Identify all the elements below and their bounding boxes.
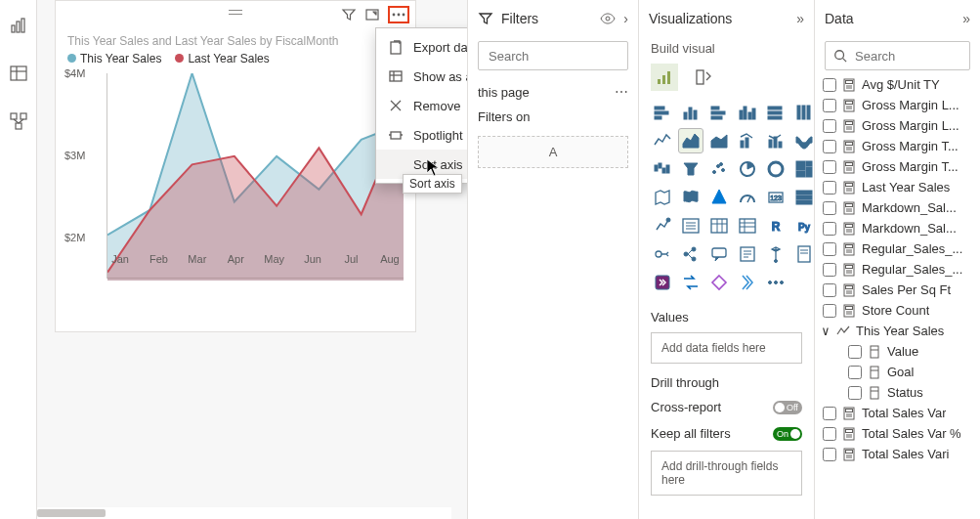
format-visual-tab[interactable]	[690, 64, 717, 91]
field-item[interactable]: Markdown_Sal...	[821, 218, 974, 238]
field-item[interactable]: Value	[821, 341, 974, 362]
viz-more[interactable]	[764, 271, 788, 294]
cross-report-toggle[interactable]: Off	[773, 401, 802, 414]
viz-kpi[interactable]	[651, 214, 674, 238]
more-options-button[interactable]	[388, 6, 409, 23]
viz-paginated[interactable]	[792, 242, 816, 266]
filter-icon[interactable]	[341, 7, 357, 22]
viz-col100[interactable]	[792, 101, 816, 124]
svg-rect-112	[846, 101, 853, 104]
values-field-well[interactable]: Add data fields here	[651, 332, 802, 364]
eye-icon[interactable]	[600, 11, 616, 26]
field-item[interactable]: Avg $/Unit TY	[821, 74, 974, 95]
data-view-icon[interactable]	[9, 64, 28, 86]
data-search[interactable]	[825, 41, 970, 70]
collapse-pane-icon[interactable]: »	[796, 11, 804, 26]
filters-label: Filters on	[478, 104, 628, 130]
svg-rect-65	[806, 167, 812, 177]
canvas-scrollbar-x[interactable]	[37, 507, 451, 519]
viz-gauge[interactable]	[736, 186, 759, 209]
viz-area[interactable]	[679, 129, 703, 152]
field-item[interactable]: Gross Margin T...	[821, 136, 974, 156]
viz-key-infl[interactable]	[651, 242, 674, 266]
filters-search[interactable]	[478, 41, 628, 70]
field-item[interactable]: Markdown_Sal...	[821, 197, 974, 218]
viz-bar-stacked[interactable]	[651, 101, 674, 124]
viz-pa-apps[interactable]	[651, 271, 674, 294]
field-item[interactable]: Total Sales Vari	[821, 444, 974, 464]
model-view-icon[interactable]	[9, 111, 28, 134]
viz-pie[interactable]	[736, 157, 759, 181]
svg-rect-31	[655, 116, 661, 119]
viz-matrix[interactable]	[736, 214, 759, 238]
viz-combo[interactable]	[736, 129, 759, 152]
chart-legend: This Year Sales Last Year Sales	[56, 48, 415, 67]
field-item[interactable]: Regular_Sales_...	[821, 259, 974, 280]
field-item[interactable]: Total Sales Var %	[821, 423, 974, 444]
viz-line[interactable]	[651, 129, 674, 152]
report-view-icon[interactable]	[9, 16, 28, 38]
field-item[interactable]: Store Count	[821, 300, 974, 321]
chart-tile[interactable]: This Year Sales and Last Year Sales by F…	[55, 0, 416, 332]
field-item[interactable]: Total Sales Var	[821, 403, 974, 423]
drillthrough-field-well[interactable]: Add drill-through fields here	[651, 451, 802, 496]
menu-item[interactable]: Remove	[376, 91, 467, 120]
field-item[interactable]: Regular_Sales_...	[821, 238, 974, 259]
viz-card[interactable]: 123	[764, 186, 788, 209]
add-filter-card[interactable]: A	[478, 136, 628, 168]
viz-funnel[interactable]	[679, 157, 703, 181]
viz-combo2[interactable]	[764, 129, 788, 152]
collapse-pane-icon[interactable]: »	[962, 11, 970, 26]
filters-search-input[interactable]	[487, 48, 619, 65]
viz-diamond[interactable]	[707, 271, 731, 294]
viz-mrow[interactable]	[792, 186, 816, 209]
svg-rect-16	[390, 71, 402, 81]
field-item[interactable]: Gross Margin L...	[821, 95, 974, 115]
menu-item[interactable]: Export data	[376, 32, 467, 62]
field-item[interactable]: Sales Per Sq Ft	[821, 280, 974, 300]
viz-bar-c[interactable]	[707, 101, 731, 124]
svg-rect-27	[667, 71, 670, 84]
viz-map[interactable]	[651, 186, 674, 209]
data-search-input[interactable]	[853, 48, 961, 65]
field-item[interactable]: Last Year Sales	[821, 177, 974, 197]
svg-rect-7	[21, 113, 26, 119]
collapse-pane-icon[interactable]: ›	[623, 11, 628, 26]
viz-donut[interactable]	[764, 157, 788, 181]
viz-azure-map[interactable]	[707, 186, 731, 209]
viz-waterfall[interactable]	[651, 157, 674, 181]
field-item[interactable]: Gross Margin L...	[821, 115, 974, 136]
field-group[interactable]: ∨This Year Sales	[821, 321, 974, 341]
focus-mode-icon[interactable]	[364, 7, 380, 22]
report-canvas[interactable]: This Year Sales and Last Year Sales by F…	[37, 0, 467, 519]
menu-item[interactable]: Spotlight	[376, 120, 467, 150]
menu-item[interactable]: Show as a table	[376, 62, 467, 91]
viz-bar100[interactable]	[764, 101, 788, 124]
svg-rect-157	[871, 367, 878, 378]
drag-handle-icon[interactable]	[229, 8, 242, 16]
viz-table[interactable]	[707, 214, 731, 238]
section-menu-icon[interactable]: ⋯	[615, 84, 628, 100]
field-item[interactable]: Status	[821, 382, 974, 403]
viz-dbl[interactable]	[736, 271, 759, 294]
viz-ribbon[interactable]	[792, 129, 816, 152]
viz-col-c[interactable]	[736, 101, 759, 124]
viz-col[interactable]	[679, 101, 703, 124]
viz-py[interactable]: Py	[792, 214, 816, 238]
keep-filters-label: Keep all filters	[651, 426, 731, 441]
viz-r[interactable]: R	[764, 214, 788, 238]
viz-goals[interactable]	[764, 242, 788, 266]
viz-qna[interactable]	[707, 242, 731, 266]
viz-decomp[interactable]	[679, 242, 703, 266]
field-item[interactable]: Goal	[821, 362, 974, 382]
viz-filled-map[interactable]	[679, 186, 703, 209]
keep-filters-toggle[interactable]: On	[773, 427, 802, 441]
build-visual-tab[interactable]	[651, 64, 678, 91]
viz-scatter[interactable]	[707, 157, 731, 181]
viz-treemap[interactable]	[792, 157, 816, 181]
viz-stacked-area[interactable]	[707, 129, 731, 152]
field-item[interactable]: Gross Margin T...	[821, 156, 974, 177]
viz-narrative[interactable]	[736, 242, 759, 266]
viz-pa-auto[interactable]	[679, 271, 703, 294]
viz-slicer[interactable]	[679, 214, 703, 238]
